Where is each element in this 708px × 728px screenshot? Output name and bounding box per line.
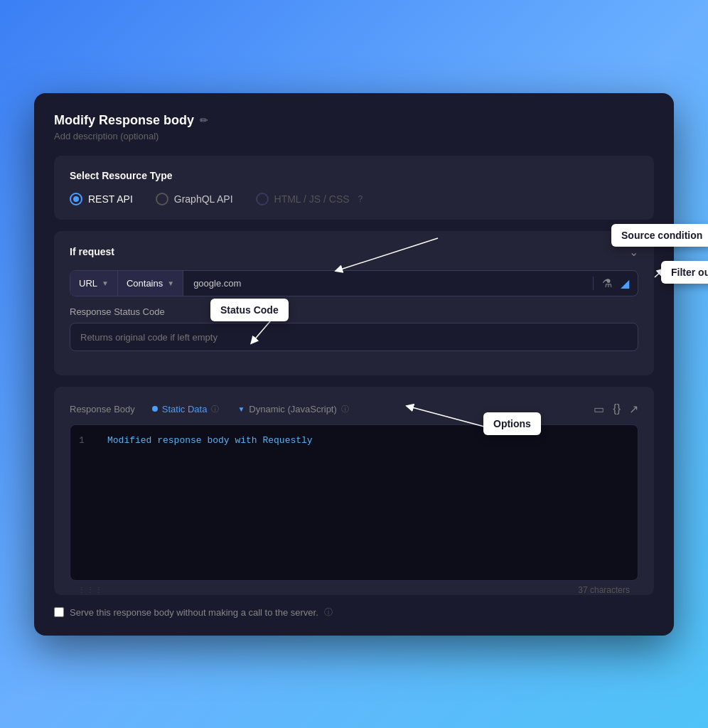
- filter-icon[interactable]: ◢: [621, 277, 629, 290]
- format-icon[interactable]: {}: [613, 402, 621, 415]
- radio-graphql-api[interactable]: GraphQL API: [156, 193, 233, 205]
- contains-dropdown-label: Contains: [127, 278, 163, 289]
- chevron-down-icon[interactable]: ⌄: [629, 245, 638, 259]
- status-code-label: Response Status Code: [70, 306, 638, 317]
- condition-row: URL ▼ Contains ▼ ⚗ ◢: [70, 270, 638, 296]
- copy-icon[interactable]: ▭: [594, 402, 604, 416]
- radio-rest-api[interactable]: REST API: [70, 193, 133, 205]
- code-editor: 1 Modified response body with Requestly: [70, 424, 638, 581]
- radio-circle-html: [256, 193, 269, 205]
- contains-chevron-icon: ▼: [167, 279, 174, 287]
- response-body-row: Response Body Static Data ⓘ ▼ Dynamic (J…: [70, 401, 638, 417]
- page-subtitle: Add description (optional): [54, 131, 654, 141]
- radio-label-rest: REST API: [88, 193, 133, 205]
- radio-label-html: HTML / JS / CSS: [274, 193, 350, 205]
- response-body-label: Response Body: [70, 404, 135, 414]
- url-dropdown-label: URL: [79, 278, 97, 289]
- dynamic-tab-label: Dynamic (JavaScript): [249, 404, 337, 414]
- char-count: 37 characters: [578, 585, 630, 595]
- static-data-label: Static Data: [162, 404, 208, 414]
- help-icon-html: ?: [358, 194, 363, 204]
- if-request-section: If request ⌄ URL ▼ Contains ▼ ⚗ ◢ Respon…: [54, 231, 654, 375]
- editor-footer: ⋮⋮⋮ 37 characters: [70, 581, 638, 595]
- radio-label-graphql: GraphQL API: [174, 193, 233, 205]
- status-code-input[interactable]: [80, 332, 628, 343]
- serve-checkbox[interactable]: [54, 607, 64, 617]
- page-title: Modify Response body: [54, 113, 194, 128]
- serve-info-icon: ⓘ: [324, 606, 333, 619]
- condition-value-input[interactable]: [183, 271, 593, 296]
- resource-type-section: Select Resource Type REST API GraphQL AP…: [54, 156, 654, 220]
- filter-out-condition-annotation: Filter out Condition: [661, 261, 708, 284]
- if-request-header: If request ⌄: [70, 245, 638, 259]
- contains-dropdown[interactable]: Contains ▼: [118, 271, 183, 296]
- status-code-input-wrapper: [70, 323, 638, 351]
- static-data-tab[interactable]: Static Data ⓘ: [145, 401, 227, 417]
- radio-circle-rest: [70, 193, 82, 205]
- if-request-title: If request: [70, 246, 114, 257]
- serve-row: Serve this response body without making …: [54, 606, 654, 619]
- resize-handle[interactable]: ⋮⋮⋮: [78, 586, 104, 594]
- expand-icon[interactable]: ↗: [629, 402, 638, 416]
- radio-circle-graphql: [156, 193, 168, 205]
- resource-type-row: REST API GraphQL API HTML / JS / CSS ?: [70, 193, 638, 205]
- static-data-info-icon: ⓘ: [211, 404, 219, 414]
- url-dropdown[interactable]: URL ▼: [70, 271, 118, 296]
- body-actions: ▭ {} ↗: [594, 402, 638, 416]
- dynamic-tab-info-icon: ⓘ: [341, 404, 349, 414]
- url-chevron-icon: ▼: [102, 279, 109, 287]
- edit-icon[interactable]: ✏: [200, 114, 208, 126]
- response-body-section: Response Body Static Data ⓘ ▼ Dynamic (J…: [54, 387, 654, 595]
- dynamic-tab[interactable]: ▼ Dynamic (JavaScript) ⓘ: [230, 401, 355, 417]
- svg-line-1: [655, 271, 662, 277]
- serve-text: Serve this response body without making …: [70, 607, 318, 618]
- condition-icons: ⚗ ◢: [593, 277, 638, 290]
- resource-type-title: Select Resource Type: [70, 170, 638, 181]
- code-content-1: Modified response body with Requestly: [107, 435, 313, 446]
- line-number-1: 1: [79, 435, 96, 446]
- source-condition-annotation: Source condition: [611, 224, 708, 247]
- code-line-1: 1 Modified response body with Requestly: [70, 434, 638, 447]
- dynamic-tab-chevron-icon: ▼: [237, 405, 245, 413]
- beaker-icon[interactable]: ⚗: [602, 277, 612, 290]
- radio-html-js-css[interactable]: HTML / JS / CSS ?: [256, 193, 363, 205]
- static-data-dot: [152, 406, 158, 412]
